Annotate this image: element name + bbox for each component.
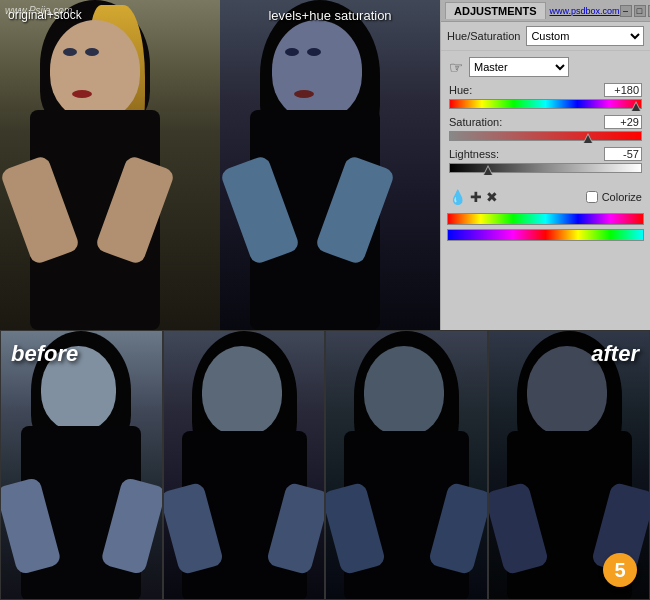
master-dropdown[interactable]: Master Reds Yellows Greens Cyans Blues M…: [469, 57, 569, 77]
hue-slider-row: Hue:: [449, 83, 642, 109]
master-row: ☞ Master Reds Yellows Greens Cyans Blues…: [441, 51, 650, 79]
right-image-label: levels+hue saturation: [268, 8, 391, 23]
lightness-slider-thumb[interactable]: [483, 161, 493, 175]
slider-section: Hue: Saturation:: [441, 79, 650, 183]
saturation-slider-thumb[interactable]: [583, 129, 593, 143]
thumb-bg-3: [326, 331, 487, 599]
lightness-label: Lightness:: [449, 148, 499, 160]
thumb-after-cool: after 5: [488, 330, 651, 600]
eyedropper-minus-icon[interactable]: ✖: [486, 189, 498, 205]
hue-saturation-label: Hue/Saturation: [447, 30, 520, 42]
left-image-label: original+stock: [8, 8, 82, 22]
hue-slider-track[interactable]: [449, 99, 642, 109]
thumb-before-cool: [163, 330, 326, 600]
colorize-label: Colorize: [602, 191, 642, 203]
panel-header: ADJUSTMENTS www.psdbox.com – □ ×: [441, 0, 650, 22]
lightness-value-input[interactable]: [604, 147, 642, 161]
hue-saturation-row: Hue/Saturation Custom Default: [441, 22, 650, 51]
colorize-row: Colorize: [586, 191, 642, 203]
saturation-slider-row: Saturation:: [449, 115, 642, 141]
hue-value-input[interactable]: [604, 83, 642, 97]
saturation-value-input[interactable]: [604, 115, 642, 129]
lightness-slider-row: Lightness:: [449, 147, 642, 173]
main-container: www.Psjia.com original+stock levels+hue …: [0, 0, 650, 600]
hue-gradient: [449, 99, 642, 109]
thumb-bg-1: [1, 331, 162, 599]
hue-slider-thumb[interactable]: [631, 97, 641, 111]
spectrum-bar-shifted: [447, 229, 644, 241]
hue-label: Hue:: [449, 84, 472, 96]
bottom-tools-row: 💧 ✚ ✖ Colorize: [441, 183, 650, 211]
panel-close-buttons: – □ ×: [620, 5, 650, 17]
lightness-slider-track[interactable]: [449, 163, 642, 173]
panel-url[interactable]: www.psdbox.com: [550, 6, 620, 16]
lightness-gradient: [449, 163, 642, 173]
eyedropper-plus-icon[interactable]: ✚: [470, 189, 482, 205]
before-label: before: [11, 341, 78, 367]
adjustments-panel: ADJUSTMENTS www.psdbox.com – □ × Hue/Sat…: [440, 0, 650, 330]
after-label: after: [591, 341, 639, 367]
bottom-section: before: [0, 330, 650, 600]
original-stock-image: www.Psjia.com original+stock: [0, 0, 220, 330]
colorize-checkbox[interactable]: [586, 191, 598, 203]
thumb-bg-2: [164, 331, 325, 599]
top-section: www.Psjia.com original+stock levels+hue …: [0, 0, 650, 330]
saturation-slider-track[interactable]: [449, 131, 642, 141]
preset-dropdown[interactable]: Custom Default: [526, 26, 644, 46]
minimize-button[interactable]: –: [620, 5, 632, 17]
thumb-before-warm: before: [0, 330, 163, 600]
saturation-gradient: [449, 131, 642, 141]
saturation-label: Saturation:: [449, 116, 502, 128]
thumb-after-warm: [325, 330, 488, 600]
eyedropper-icon[interactable]: 💧: [449, 189, 466, 205]
levels-hue-image: levels+hue saturation: [220, 0, 440, 330]
hand-icon: ☞: [449, 58, 463, 77]
adjustments-tab[interactable]: ADJUSTMENTS: [445, 2, 546, 19]
step-badge: 5: [603, 553, 637, 587]
maximize-button[interactable]: □: [634, 5, 646, 17]
spectrum-bar-original: [447, 213, 644, 225]
